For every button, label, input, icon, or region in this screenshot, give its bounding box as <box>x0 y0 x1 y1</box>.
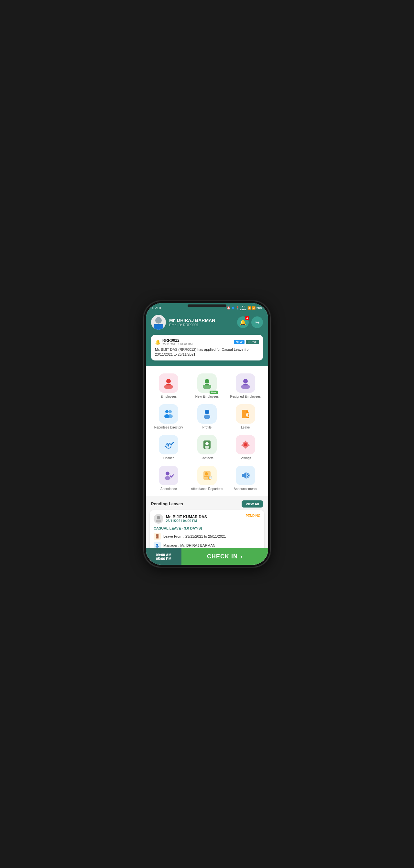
menu-label-contacts: Contacts <box>201 456 213 460</box>
leave-person-avatar <box>153 514 163 524</box>
svg-point-14 <box>169 410 172 413</box>
time-section: 09:00 AM 05:00 PM <box>146 548 181 565</box>
svg-point-4 <box>166 379 171 383</box>
svg-point-28 <box>165 476 170 480</box>
menu-label-settings: Settings <box>240 456 251 460</box>
avatar <box>151 315 166 330</box>
badge-leave: LEAVE <box>246 340 259 344</box>
svg-point-27 <box>166 471 170 475</box>
user-name: Mr. DHIRAJ BARMAN <box>169 318 215 323</box>
svg-rect-12 <box>243 384 248 385</box>
menu-label-new-employees: New Employees <box>195 395 219 398</box>
svg-point-1 <box>155 317 162 323</box>
menu-item-employees[interactable]: Employees <box>150 371 187 401</box>
menu-item-profile[interactable]: Profile <box>188 402 226 432</box>
notif-card-id: RRR0012 <box>162 338 193 343</box>
menu-item-resigned-employees[interactable]: Resigned Employees <box>227 371 264 401</box>
svg-text:₹: ₹ <box>167 444 170 447</box>
menu-item-new-employees[interactable]: New New Employees <box>188 371 226 401</box>
leave-manager-label: Manager : <box>163 544 179 547</box>
svg-point-30 <box>205 472 208 475</box>
leave-person-date: 23/11/2021 04:09 PM <box>166 519 207 523</box>
pending-leaves-header: Pending Leaves View All <box>146 496 268 510</box>
menu-item-reportees-directory[interactable]: Reportees Directory <box>150 402 187 432</box>
leave-manager-icon <box>153 542 161 548</box>
menu-item-finance[interactable]: ₹ Finance <box>150 432 187 463</box>
leave-status-badge: PENDING <box>245 514 261 518</box>
leave-person-name: Mr. BIJIT KUMAR DAS <box>166 515 207 519</box>
menu-item-leave[interactable]: Leave <box>227 402 264 432</box>
svg-point-16 <box>168 414 173 418</box>
svg-rect-9 <box>205 384 209 385</box>
leave-manager-detail: Manager : Mr. DHIRAJ BARMAN <box>153 542 261 548</box>
menu-label-finance: Finance <box>163 456 175 460</box>
leave-from-detail: 🚪 Leave From : 23/11/2021 to 25/11/2021 <box>153 533 261 540</box>
svg-rect-3 <box>153 324 163 330</box>
bottom-bar: 09:00 AM 05:00 PM CHECK IN › <box>146 548 268 565</box>
menu-item-contacts[interactable]: Contacts <box>188 432 226 463</box>
leave-from-label: Leave From : <box>163 534 184 538</box>
menu-item-attendance-reportees[interactable]: 📄 Attendance Reportees <box>188 463 226 493</box>
time-out: 05:00 PM <box>156 557 171 561</box>
logout-button[interactable]: ↪ <box>251 316 263 328</box>
check-in-arrow: › <box>240 553 243 560</box>
leave-from-date: 23/11/2021 to 25/11/2021 <box>185 534 226 538</box>
svg-point-36 <box>156 520 161 522</box>
menu-item-announcements[interactable]: Announcements <box>227 463 264 493</box>
view-all-button[interactable]: View All <box>242 500 263 507</box>
svg-rect-32 <box>204 478 207 478</box>
notif-count: 4 <box>245 316 249 320</box>
menu-label-reportees-directory: Reportees Directory <box>154 426 183 429</box>
svg-point-10 <box>243 379 248 383</box>
leave-from-icon: 🚪 <box>153 533 161 540</box>
svg-point-37 <box>156 544 158 546</box>
time-in: 09:00 AM <box>156 553 171 557</box>
svg-point-13 <box>165 410 169 413</box>
svg-point-17 <box>205 410 209 414</box>
header: Mr. DHIRAJ BARMAN Emp ID: RRR0001 🔔 4 ↪ <box>146 312 268 335</box>
svg-point-18 <box>204 414 210 419</box>
menu-label-announcements: Announcements <box>234 487 257 491</box>
notif-card-time: 23/11/2021 4:09:07 PM <box>162 343 193 346</box>
leave-manager-name: Mr. DHIRAJ BARMAN <box>180 544 215 547</box>
svg-rect-31 <box>204 476 208 477</box>
status-time: 16:10 <box>152 306 161 310</box>
notif-card-message: Mr. BIJIT DAS (RRR0012) has applied for … <box>155 347 259 357</box>
svg-rect-6 <box>166 384 171 385</box>
pending-leaves-title: Pending Leaves <box>151 501 183 506</box>
svg-point-38 <box>156 546 159 548</box>
svg-point-35 <box>157 516 160 519</box>
main-content: Employees New New Employees <box>146 366 268 548</box>
menu-label-employees: Employees <box>161 395 177 398</box>
svg-text:📄: 📄 <box>209 476 212 479</box>
menu-label-profile: Profile <box>203 426 211 429</box>
menu-grid: Employees New New Employees <box>146 366 268 496</box>
menu-label-attendance: Attendance <box>161 487 177 491</box>
svg-point-25 <box>205 446 209 449</box>
menu-label-leave: Leave <box>241 426 250 429</box>
badge-new: NEW <box>234 340 244 344</box>
leave-card: Mr. BIJIT KUMAR DAS 23/11/2021 04:09 PM … <box>150 510 264 548</box>
notification-button[interactable]: 🔔 4 <box>237 316 249 328</box>
menu-label-resigned-employees: Resigned Employees <box>230 395 261 398</box>
battery-indicator: 28% <box>256 306 262 310</box>
check-in-button[interactable]: CHECK IN › <box>181 548 268 565</box>
svg-point-24 <box>205 442 209 445</box>
leave-type: CASUAL LEAVE - 3.0 DAY(S) <box>153 526 261 530</box>
menu-label-attendance-reportees: Attendance Reportees <box>191 487 223 491</box>
emp-id: Emp ID: RRR0001 <box>169 323 215 327</box>
new-employees-badge: New <box>210 391 218 394</box>
menu-item-settings[interactable]: Settings <box>227 432 264 463</box>
check-in-label: CHECK IN <box>207 553 238 560</box>
notification-card: 🔔 RRR0012 23/11/2021 4:09:07 PM NEW LEAV… <box>151 335 263 361</box>
menu-item-attendance[interactable]: Attendance <box>150 463 187 493</box>
status-icons: ⏰ 🔷 📍 11.0KB/S 📶 📶 28% <box>227 305 262 311</box>
svg-point-7 <box>205 379 209 383</box>
